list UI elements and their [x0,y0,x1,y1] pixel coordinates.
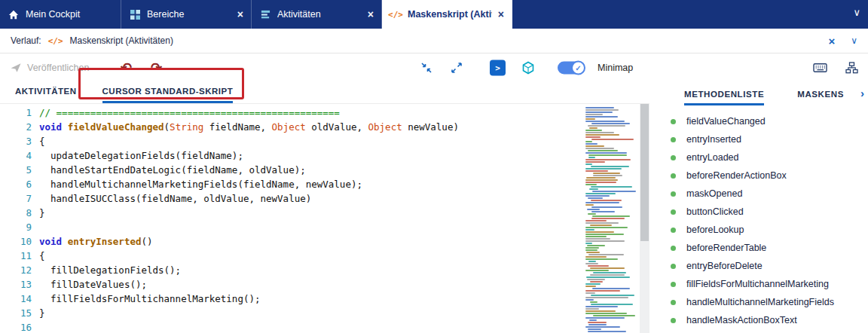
app-tab-mein-cockpit[interactable]: Mein Cockpit [0,0,121,29]
method-list-item[interactable]: entryInserted [671,130,868,148]
redo-icon: ↷ [151,61,162,75]
minimap-line [591,206,622,208]
minimap-line [585,227,628,228]
editor-scrollbar[interactable] [640,104,649,333]
editor-tab-aktivitäten[interactable]: AKTIVITÄTEN [15,87,77,103]
areas-icon [129,10,141,20]
minimap[interactable] [584,104,640,333]
minimap-line [588,322,607,323]
minimap-line [587,279,605,280]
line-number: 5 [0,163,32,177]
minimap-line [590,281,603,283]
redo-button[interactable]: ↷ [151,61,162,75]
undo-button[interactable]: ↶ [121,61,132,75]
collapse-button[interactable] [420,62,432,74]
minimap-line [585,132,614,133]
minimap-line [591,218,625,219]
chevron-down-icon[interactable]: ∨ [851,35,857,46]
minimap-line [585,161,605,163]
line-number: 14 [0,292,32,306]
minimap-line [588,331,627,332]
hierarchy-view-button[interactable] [845,62,858,74]
minimap-line [585,202,619,203]
method-list-item[interactable]: beforeRenderActionBox [671,166,868,185]
chevron-down-icon[interactable]: ∨ [853,7,860,18]
publish-label: Veröffentlichen [27,63,89,73]
editor-tab-row: AKTIVITÄTENCURSOR STANDARD-SKRIPT [0,81,649,104]
method-list-item[interactable]: entryBeforeDelete [671,257,868,275]
script-console-button[interactable]: > [490,60,506,75]
code-line: updateDelegationFields(fieldName); [39,148,584,163]
line-number: 1 [0,105,32,120]
minimap-line [588,197,602,199]
method-status-dot-icon [671,137,676,142]
code-area[interactable]: // =====================================… [39,104,584,333]
minimap-line [591,139,634,140]
method-list-item[interactable]: handleMaskActionBoxText [671,311,868,329]
method-status-dot-icon [671,282,676,287]
undo-icon: ↶ [121,61,132,75]
app-window: Mein CockpitBereiche×Aktivitäten×</>Mask… [0,0,868,333]
method-list-item[interactable]: maskOpened [671,185,868,203]
tab-label: Mein Cockpit [26,9,113,20]
line-number: 10 [0,234,32,249]
minimap-line [585,118,595,120]
method-list-item[interactable]: buttonClicked [671,203,868,221]
scrollbar-thumb[interactable] [640,104,649,241]
minimap-line [585,163,592,165]
line-number: 15 [0,306,32,320]
line-number: 13 [0,277,32,292]
minimap-line [585,182,616,183]
keyboard-shortcuts-button[interactable] [813,62,827,73]
app-tab-maskenskript-aktivit-[interactable]: </>Maskenskript (Aktivit...× [382,0,512,29]
minimap-line [585,313,627,314]
method-label: fillFieldsForMultichannelMarketing [686,279,829,289]
method-status-dot-icon [671,318,676,323]
minimap-line [585,109,619,111]
minimap-toggle-group: ✓ Minimap [558,61,633,74]
minimap-line [586,252,599,253]
code-line: fillDelegationFields(); [39,263,584,277]
app-tab-bereiche[interactable]: Bereiche× [121,0,252,29]
method-label: maskOpened [686,188,742,199]
history-current-item[interactable]: Maskenskript (Aktivitäten) [70,35,173,46]
minimap-line [585,240,625,242]
module-button[interactable] [521,61,535,75]
chevron-right-icon[interactable]: › [860,87,864,99]
minimap-line [585,229,594,231]
minimap-line [585,179,618,181]
method-list-item[interactable]: handleMultichannelMarketingFields [671,293,868,311]
method-panel: METHODENLISTEMASKENS› fieldValueChangede… [649,81,868,333]
tab-close-icon[interactable]: × [368,9,374,20]
method-list-item[interactable]: beforeRenderTable [671,239,868,257]
panel-tab-row: METHODENLISTEMASKENS› [649,81,868,105]
minimap-line [593,272,626,273]
panel-tab-maskens[interactable]: MASKENS [797,90,844,105]
method-list-item[interactable]: entryLoaded [671,148,868,166]
history-label: Verlauf: [11,35,41,46]
code-line: // =====================================… [39,105,584,120]
method-status-dot-icon [671,209,676,215]
method-label: handleMultichannelMarketingFields [686,297,834,307]
minimap-line [593,315,636,316]
tab-close-icon[interactable]: × [237,9,243,20]
method-list-item[interactable]: beforeLookup [671,221,868,239]
app-tab-aktivitäten[interactable]: Aktivitäten× [252,0,382,29]
minimap-toggle[interactable]: ✓ [558,61,585,74]
line-number: 3 [0,134,32,148]
tab-close-icon[interactable]: × [498,9,504,20]
editor-tab-cursor-standard-skript[interactable]: CURSOR STANDARD-SKRIPT [102,87,234,103]
panel-tab-methodenliste[interactable]: METHODENLISTE [684,90,764,105]
expand-button[interactable] [451,62,463,74]
method-list-item[interactable]: fieldValueChanged [671,112,868,130]
method-list-item[interactable]: fillFieldsForMultichannelMarketing [671,275,868,293]
publish-button[interactable]: Veröffentlichen [10,62,89,74]
minimap-line [585,326,620,328]
method-status-dot-icon [671,155,676,160]
close-icon[interactable]: × [828,35,835,47]
minimap-line [585,290,620,292]
minimap-line [592,215,631,217]
home-icon [8,10,20,20]
minimap-line [585,292,595,294]
minimap-line [585,141,592,142]
